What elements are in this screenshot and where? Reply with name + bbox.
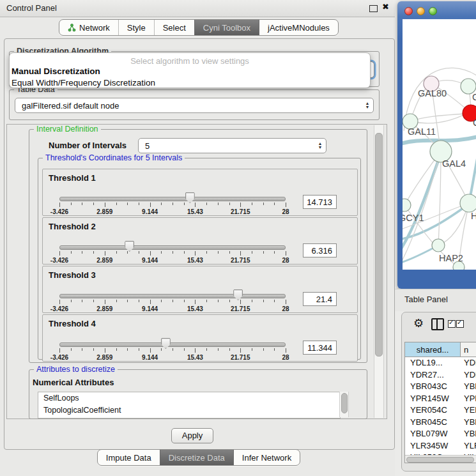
mac-close-icon[interactable] [404, 7, 413, 15]
close-icon[interactable]: ✖ [382, 2, 389, 12]
threshold-slider[interactable]: -3.4262.8599.14415.4321.71528 [59, 243, 286, 264]
slider-tick [195, 203, 196, 207]
tab-style[interactable]: Style [118, 20, 154, 35]
tab-label: Network [79, 23, 110, 33]
table-row[interactable]: YBR045CYBR0 [405, 417, 476, 429]
attribute-list-item[interactable]: SelfLoops [38, 392, 340, 404]
threshold-value-field[interactable]: 14.713 [303, 195, 337, 209]
attributes-scrollbar-thumb[interactable] [341, 393, 348, 413]
slider-thumb[interactable] [185, 192, 195, 203]
network-node[interactable] [403, 199, 411, 211]
checkbox-icon[interactable] [456, 320, 464, 328]
slider-tick-label: -3.426 [50, 305, 68, 312]
threshold-value-field[interactable]: 11.344 [303, 341, 337, 355]
slider-tick [82, 348, 82, 351]
table-row[interactable]: YBR043CYBR0 [405, 381, 476, 393]
table-cell-name: YBR0 [460, 381, 476, 393]
threshold-panel: Threshold 4-3.4262.8599.14415.4321.71528… [42, 314, 358, 362]
dropdown-option[interactable]: Manual Discretization [10, 66, 370, 77]
threshold-panel: Threshold 1-3.4262.8599.14415.4321.71528… [42, 169, 358, 216]
slider-tick [105, 300, 105, 304]
gear-icon[interactable]: ⚙ [413, 318, 424, 329]
slider-track[interactable] [59, 294, 286, 298]
mac-zoom-icon[interactable] [429, 7, 437, 15]
attributes-scrollbar[interactable] [339, 392, 349, 417]
slider-tick [274, 300, 275, 302]
threshold-value-field[interactable]: 6.316 [303, 243, 337, 257]
slider-track[interactable] [59, 342, 286, 347]
slider-tick [263, 251, 264, 254]
slider-tick-label: 28 [282, 257, 289, 264]
threshold-slider[interactable]: -3.4262.8599.14415.4321.71528 [59, 291, 286, 312]
slider-tick [150, 251, 151, 256]
slider-tick [173, 251, 173, 254]
table-cell-name: YDL1 [460, 357, 476, 369]
threshold-label: Threshold 1 [49, 173, 96, 183]
table-row[interactable]: YLR345WYLR3 [405, 440, 476, 452]
tab-cyni-toolbox[interactable]: Cyni Toolbox [194, 20, 259, 35]
tab-select[interactable]: Select [154, 20, 194, 35]
threshold-value-field[interactable]: 21.4 [303, 292, 337, 306]
table-row[interactable]: YDL19...YDL1 [405, 357, 476, 369]
table-data-combobox[interactable]: galFiltered.sif default node ▲▼ [15, 98, 374, 113]
apply-button[interactable]: Apply [171, 428, 213, 443]
slider-tick [71, 348, 72, 351]
bottom-tabs: Impute DataDiscretize DataInfer Network [97, 449, 300, 466]
network-node-label: HAP2 [439, 253, 463, 263]
attribute-list-item[interactable]: BetweennessCentrality [38, 417, 340, 418]
mac-minimize-icon[interactable] [417, 7, 425, 15]
slider-tick-label: 28 [282, 354, 289, 361]
table-row[interactable]: YER054CYER0 [405, 404, 476, 417]
table-header-name[interactable]: n [461, 342, 476, 357]
slider-thumb[interactable] [161, 338, 171, 349]
numerical-attributes-list[interactable]: SelfLoopsTopologicalCoefficientBetweenne… [38, 392, 341, 418]
slider-track[interactable] [59, 245, 286, 250]
table-hscrollbar-thumb[interactable] [406, 457, 474, 463]
settings-scrollbar-thumb[interactable] [375, 133, 383, 357]
table-row[interactable]: YDR27...YDR2 [405, 369, 476, 381]
slider-tick [252, 348, 252, 351]
split-pane-icon[interactable] [431, 318, 444, 330]
slider-track[interactable] [59, 197, 286, 201]
table-row[interactable]: YBL079WYBL0 [405, 428, 476, 440]
slider-tick [150, 300, 151, 304]
algorithm-dropdown-options: Manual DiscretizationEqual Width/Frequen… [10, 66, 370, 89]
checkbox-icon[interactable] [448, 320, 456, 328]
dropdown-option[interactable]: Equal Width/Frequency Discretization [10, 77, 370, 89]
slider-tick [59, 348, 60, 353]
slider-tick [173, 300, 173, 302]
tab-discretize-data[interactable]: Discretize Data [160, 450, 233, 465]
table-header-row: shared... n [405, 342, 476, 357]
slider-tick [229, 348, 230, 351]
table-row[interactable]: YPR145WYPR1 [405, 393, 476, 405]
network-graph: GAL80GCGAL11GAL4GCY1HHAP2 [403, 19, 476, 270]
tab-label: Style [127, 23, 146, 33]
slider-thumb[interactable] [125, 241, 134, 252]
table-horizontal-scrollbar[interactable] [405, 455, 476, 463]
threshold-slider[interactable]: -3.4262.8599.14415.4321.71528 [59, 194, 286, 215]
threshold-slider[interactable]: -3.4262.8599.14415.4321.71528 [59, 340, 286, 361]
control-panel-titlebar [0, 0, 397, 17]
table-header-shared[interactable]: shared... [405, 342, 461, 357]
network-node-label: GAL4 [442, 158, 466, 169]
tab-label: Select [163, 23, 186, 33]
tab-impute-data[interactable]: Impute Data [98, 450, 160, 465]
network-node[interactable] [460, 194, 476, 212]
tab-network[interactable]: Network [59, 20, 118, 35]
slider-tick-label: 2.859 [96, 305, 112, 312]
node-attribute-table[interactable]: shared... n YDL19...YDL1YDR27...YDR2YBR0… [404, 342, 476, 463]
slider-tick [229, 300, 230, 302]
num-intervals-spinner[interactable]: 5 ▲▼ [138, 138, 326, 153]
network-node-label: G [472, 92, 476, 102]
tab-infer-network[interactable]: Infer Network [233, 450, 300, 465]
network-node[interactable] [432, 239, 445, 252]
tab-label: Cyni Toolbox [203, 23, 250, 33]
float-window-icon[interactable] [369, 5, 378, 12]
tab-jactivemnodules[interactable]: jActiveMNodules [259, 20, 338, 35]
network-canvas[interactable]: GAL80GCGAL11GAL4GCY1HHAP2 [403, 19, 476, 270]
attribute-list-item[interactable]: TopologicalCoefficient [38, 404, 340, 417]
combo-spinner-icon: ▲▼ [362, 102, 373, 109]
slider-tick [195, 251, 196, 256]
slider-tick-label: 9.144 [142, 257, 158, 264]
slider-thumb[interactable] [233, 289, 243, 300]
